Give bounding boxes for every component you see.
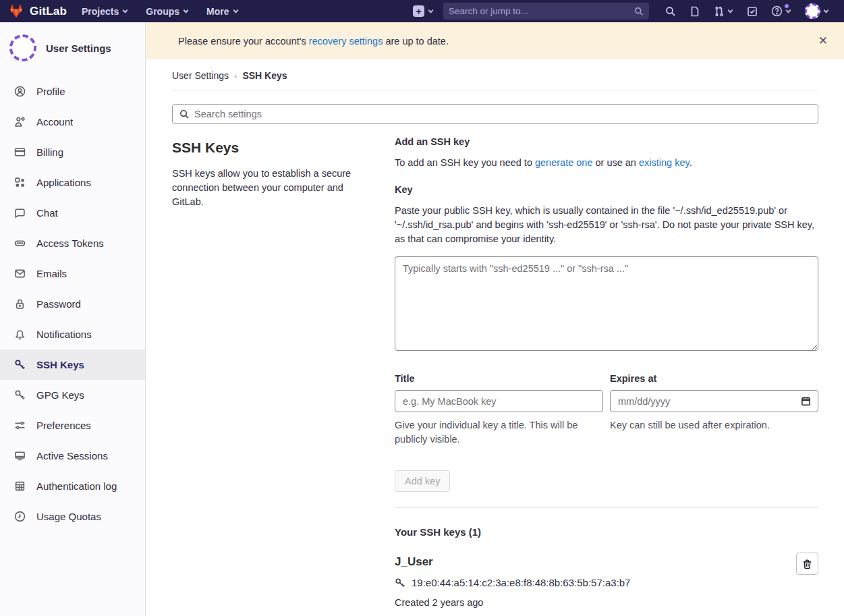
trash-icon bbox=[802, 559, 812, 569]
key-fingerprint-row: 19:e0:44:a5:14:c2:3a:e8:f8:48:8b:63:5b:5… bbox=[395, 577, 778, 588]
breadcrumb-ssh-keys: SSH Keys bbox=[242, 70, 287, 81]
expires-at-label: Expires at bbox=[610, 373, 818, 384]
sidebar-item-password[interactable]: Password bbox=[0, 289, 145, 319]
menu-groups[interactable]: Groups bbox=[146, 6, 189, 17]
global-search-input[interactable] bbox=[449, 6, 634, 16]
chevron-down-icon bbox=[428, 8, 434, 14]
todos-button[interactable] bbox=[740, 6, 764, 17]
todo-check-icon bbox=[747, 6, 758, 17]
breadcrumb-separator-icon: › bbox=[234, 71, 237, 81]
applications-icon bbox=[14, 177, 26, 188]
chat-icon bbox=[14, 207, 26, 219]
generate-one-link[interactable]: generate one bbox=[535, 157, 592, 168]
ssh-key-form-column: Add an SSH key To add an SSH key you nee… bbox=[395, 136, 818, 616]
top-navbar: GitLab Projects Groups More + bbox=[0, 0, 844, 22]
chevron-down-icon bbox=[727, 8, 733, 14]
delete-key-button[interactable] bbox=[796, 553, 818, 575]
sidebar-item-profile[interactable]: Profile bbox=[0, 76, 145, 107]
user-settings-avatar bbox=[9, 34, 36, 61]
notification-dot bbox=[785, 4, 789, 8]
key-help-text: Paste your public SSH key, which is usua… bbox=[395, 204, 818, 246]
sidebar-item-preferences[interactable]: Preferences bbox=[0, 410, 145, 441]
sidebar-item-notifications[interactable]: Notifications bbox=[0, 319, 145, 349]
sidebar-item-emails[interactable]: Emails bbox=[0, 258, 145, 289]
preferences-sliders-icon bbox=[14, 420, 26, 431]
page-title: SSH Keys bbox=[172, 140, 374, 156]
add-ssh-key-heading: Add an SSH key bbox=[395, 136, 818, 147]
sidebar-item-chat[interactable]: Chat bbox=[0, 198, 145, 228]
sidebar-item-active-sessions[interactable]: Active Sessions bbox=[0, 441, 145, 471]
sidebar-item-ssh-keys[interactable]: SSH Keys bbox=[0, 349, 145, 380]
title-label: Title bbox=[395, 373, 603, 384]
expires-field: Expires at Key can still be used after e… bbox=[610, 373, 818, 447]
notifications-bell-icon bbox=[14, 329, 26, 340]
menu-more[interactable]: More bbox=[206, 6, 238, 17]
sidebar-item-access-tokens[interactable]: Access Tokens bbox=[0, 228, 145, 258]
alert-close-button[interactable]: ✕ bbox=[813, 31, 833, 51]
calendar-icon[interactable] bbox=[801, 396, 811, 406]
help-button[interactable] bbox=[764, 5, 798, 17]
merge-requests-button[interactable] bbox=[707, 6, 740, 17]
chevron-down-icon bbox=[183, 8, 189, 14]
breadcrumb-user-settings[interactable]: User Settings bbox=[172, 70, 229, 81]
sidebar-header: User Settings bbox=[0, 22, 145, 72]
title-help-text: Give your individual key a title. This w… bbox=[395, 418, 603, 447]
settings-search bbox=[172, 104, 818, 124]
add-ssh-key-intro: To add an SSH key you need to generate o… bbox=[395, 156, 818, 169]
user-avatar bbox=[805, 3, 820, 19]
sidebar-item-billing[interactable]: Billing bbox=[0, 137, 145, 167]
navbar-menu: Projects Groups More bbox=[82, 6, 238, 17]
logo-text: GitLab bbox=[30, 5, 67, 18]
sidebar-item-authentication-log[interactable]: Authentication log bbox=[0, 471, 145, 501]
sidebar-nav: Profile Account Billing Applications Cha… bbox=[0, 72, 145, 532]
help-question-icon bbox=[771, 5, 783, 17]
authentication-log-icon bbox=[14, 480, 26, 492]
gitlab-logo[interactable]: GitLab bbox=[8, 3, 67, 19]
recovery-settings-alert: Please ensure your account's recovery se… bbox=[146, 22, 844, 59]
breadcrumb: User Settings › SSH Keys bbox=[172, 59, 818, 81]
ssh-key-textarea[interactable] bbox=[395, 256, 818, 351]
access-tokens-icon bbox=[14, 237, 26, 249]
chevron-down-icon bbox=[233, 8, 239, 14]
key-icon bbox=[395, 578, 405, 588]
key-title-input[interactable] bbox=[395, 390, 603, 412]
emails-icon bbox=[14, 268, 26, 279]
settings-search-input[interactable] bbox=[194, 109, 811, 119]
settings-sidebar: User Settings Profile Account Billing Ap… bbox=[0, 22, 146, 616]
your-ssh-keys-heading: Your SSH keys (1) bbox=[395, 526, 818, 538]
plus-icon: + bbox=[413, 5, 424, 17]
chevron-down-icon bbox=[823, 8, 829, 14]
active-sessions-icon bbox=[14, 450, 26, 461]
chevron-down-icon bbox=[785, 8, 791, 14]
global-search bbox=[443, 3, 649, 20]
expires-at-input[interactable] bbox=[610, 390, 818, 412]
password-lock-icon bbox=[14, 298, 26, 310]
search-icon bbox=[634, 7, 644, 16]
recovery-settings-link[interactable]: recovery settings bbox=[309, 36, 383, 47]
billing-icon bbox=[14, 146, 26, 158]
usage-quotas-icon bbox=[14, 511, 26, 522]
page-description: SSH keys allow you to establish a secure… bbox=[172, 167, 374, 209]
sidebar-item-account[interactable]: Account bbox=[0, 107, 145, 137]
sidebar-item-applications[interactable]: Applications bbox=[0, 167, 145, 198]
sidebar-item-usage-quotas[interactable]: Usage Quotas bbox=[0, 501, 145, 532]
issues-button[interactable] bbox=[683, 6, 707, 17]
search-button[interactable] bbox=[658, 6, 683, 17]
key-label: Key bbox=[395, 184, 818, 195]
profile-icon bbox=[14, 86, 26, 97]
user-menu-button[interactable] bbox=[798, 3, 836, 19]
ssh-key-list-item: J_User 19:e0:44:a5:14:c2:3a:e8:f8:48:8b:… bbox=[395, 555, 818, 616]
new-menu-button[interactable]: + bbox=[413, 5, 434, 17]
main-content: Please ensure your account's recovery se… bbox=[146, 22, 844, 616]
key-fingerprint: 19:e0:44:a5:14:c2:3a:e8:f8:48:8b:63:5b:5… bbox=[412, 577, 630, 588]
key-title: J_User bbox=[395, 555, 778, 569]
sidebar-item-gpg-keys[interactable]: GPG Keys bbox=[0, 380, 145, 410]
existing-key-link[interactable]: existing key bbox=[639, 157, 690, 168]
search-icon bbox=[665, 6, 676, 17]
key-created: Created 2 years ago bbox=[395, 597, 778, 608]
add-key-button[interactable]: Add key bbox=[395, 470, 450, 492]
gitlab-tanuki-icon bbox=[8, 3, 24, 19]
expires-help-text: Key can still be used after expiration. bbox=[610, 418, 818, 432]
sidebar-title: User Settings bbox=[46, 43, 111, 54]
menu-projects[interactable]: Projects bbox=[82, 6, 128, 17]
